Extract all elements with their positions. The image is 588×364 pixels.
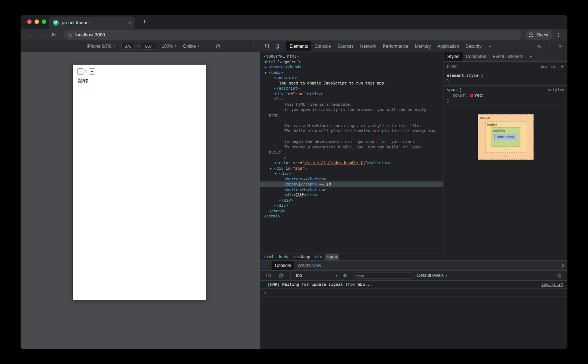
breadcrumb-item-span[interactable]: span bbox=[325, 254, 339, 260]
devtools-tab-sources[interactable]: Sources bbox=[334, 41, 357, 51]
dom-tree-row[interactable]: ▼<body> bbox=[260, 70, 443, 75]
breadcrumb-item-div[interactable]: div bbox=[313, 254, 324, 260]
reload-button[interactable]: ↻ bbox=[49, 32, 59, 38]
box-model-margin-right-value[interactable]: - bbox=[530, 135, 531, 139]
style-rule-span[interactable]: span {<style>color: red;} bbox=[444, 86, 567, 105]
settings-gear-icon[interactable] bbox=[535, 42, 544, 50]
devtools-tab-network[interactable]: Network bbox=[357, 41, 380, 51]
dom-tree-row[interactable]: <script src="/static/js/index.bundle.js"… bbox=[260, 160, 443, 166]
address-bar[interactable]: ⓘ localhost:3000 bbox=[63, 30, 521, 40]
clear-console-icon[interactable] bbox=[276, 271, 285, 280]
dom-tree-row[interactable] bbox=[260, 134, 443, 139]
dom-tree-row[interactable]: page. bbox=[260, 112, 443, 118]
browser-tab[interactable]: M preact-kbone × bbox=[49, 17, 135, 29]
dom-tree-row[interactable]: ▼<div> bbox=[260, 171, 443, 176]
drawer-menu-icon[interactable]: ⋮ bbox=[260, 263, 272, 269]
viewport-height-input[interactable]: 667 bbox=[142, 43, 155, 50]
dom-tree-row[interactable]: </body> bbox=[260, 208, 443, 214]
decrement-button[interactable]: - bbox=[77, 68, 83, 75]
dom-tree-row[interactable]: </noscript> bbox=[260, 86, 443, 91]
devtools-menu-icon[interactable]: ⋮ bbox=[544, 43, 556, 49]
box-model-border-top-value[interactable]: - bbox=[505, 123, 506, 127]
throttle-select[interactable]: Online ▾ bbox=[183, 44, 199, 49]
dom-tree-row[interactable]: You need to enable JavaScript to run thi… bbox=[260, 80, 443, 86]
dom-tree-row[interactable]: To begin the development, run `npm start… bbox=[260, 139, 443, 144]
styles-tab-event-listeners[interactable]: Event Listeners bbox=[490, 52, 527, 61]
dom-tree-row[interactable]: build`. bbox=[260, 149, 443, 155]
dom-tree-row[interactable]: <button>+</button> bbox=[260, 187, 443, 192]
box-model-border-bottom-value[interactable]: - bbox=[505, 147, 506, 151]
more-tabs-icon[interactable]: » bbox=[485, 44, 494, 49]
device-toolbar-menu-icon[interactable]: ⋮ bbox=[251, 43, 256, 49]
drawer-close-icon[interactable]: × bbox=[559, 263, 567, 269]
profile-button[interactable]: Guest bbox=[526, 30, 553, 40]
dom-tree-row[interactable]: ▶<head>…</head> bbox=[260, 64, 443, 70]
log-levels-select[interactable]: Default levels ▾ bbox=[417, 273, 447, 278]
window-minimize-button[interactable] bbox=[35, 19, 39, 24]
device-toolbar-toggle-icon[interactable] bbox=[273, 42, 282, 50]
device-select[interactable]: iPhone 6/7/8 ▾ bbox=[87, 44, 115, 49]
dom-tree-row[interactable]: To create a production bundle, use `npm … bbox=[260, 144, 443, 150]
dom-tree-row[interactable]: --> bbox=[260, 155, 443, 161]
class-toggle[interactable]: .cls bbox=[550, 64, 556, 69]
styles-more-tabs-icon[interactable]: » bbox=[527, 54, 535, 59]
dom-tree-row[interactable]: The build step will place the bundled sc… bbox=[260, 128, 443, 134]
devtools-tab-console[interactable]: Console bbox=[311, 41, 334, 51]
browser-menu-icon[interactable]: ⋮ bbox=[554, 32, 563, 38]
pseudo-state-toggle[interactable]: :hov bbox=[540, 64, 548, 69]
devtools-tab-application[interactable]: Application bbox=[434, 41, 462, 51]
color-swatch[interactable] bbox=[470, 94, 473, 97]
console-input[interactable] bbox=[269, 289, 564, 296]
box-model-margin-left-value[interactable]: - bbox=[481, 135, 482, 139]
dom-tree-row[interactable]: If you open it directly in the browser, … bbox=[260, 107, 443, 112]
devtools-tab-performance[interactable]: Performance bbox=[380, 41, 412, 51]
dom-tree-row[interactable]: <noscript> bbox=[260, 75, 443, 80]
style-rule-element-style[interactable]: element.style {} bbox=[444, 71, 567, 86]
box-model-content[interactable]: auto × auto bbox=[494, 134, 517, 140]
log-source-link[interactable]: log.js:24 bbox=[541, 282, 563, 287]
dom-tree-row[interactable]: <div>跳转</div> bbox=[260, 192, 443, 198]
box-model-border-right-value[interactable]: - bbox=[522, 135, 523, 139]
breadcrumb-item-html[interactable]: html bbox=[262, 254, 276, 260]
window-close-button[interactable] bbox=[27, 19, 32, 24]
console-tab-console[interactable]: Console bbox=[272, 261, 294, 270]
dom-tree-row[interactable]: </html> bbox=[260, 213, 443, 219]
dom-tree-row[interactable]: </div> bbox=[260, 198, 443, 203]
styles-filter-input[interactable] bbox=[447, 64, 537, 69]
viewport-width-input[interactable]: 375 bbox=[121, 43, 135, 50]
dom-tree-row[interactable]: <button>-</button> bbox=[260, 176, 443, 182]
dom-tree-row[interactable]: <div id="root"></div> bbox=[260, 91, 443, 97]
console-tab-what-s-new[interactable]: What's New bbox=[294, 261, 325, 270]
new-style-rule-button[interactable]: + bbox=[559, 64, 564, 69]
dom-tree-row[interactable]: <!-- bbox=[260, 96, 443, 102]
new-tab-button[interactable]: + bbox=[140, 17, 148, 25]
inspect-icon[interactable] bbox=[263, 42, 272, 50]
box-model-border-left-value[interactable]: - bbox=[488, 135, 489, 139]
increment-button[interactable]: + bbox=[89, 68, 95, 75]
live-expression-eye-icon[interactable] bbox=[341, 271, 349, 280]
dom-tree-row[interactable]: </div> bbox=[260, 203, 443, 208]
rotate-icon[interactable] bbox=[215, 44, 220, 49]
box-model-margin-top-value[interactable]: - bbox=[505, 116, 506, 119]
site-info-icon[interactable]: ⓘ bbox=[68, 32, 72, 38]
node-menu-dots[interactable]: ... bbox=[261, 181, 269, 187]
dom-tree-row[interactable]: ▼<div id="app"> bbox=[260, 166, 443, 171]
dom-tree-row[interactable]: This HTML file is a template. bbox=[260, 102, 443, 107]
jump-link[interactable]: 跳转 bbox=[73, 75, 206, 84]
back-button[interactable]: ← bbox=[25, 32, 35, 38]
dom-tree-row[interactable] bbox=[260, 118, 443, 123]
dom-tree-row[interactable]: ...<span>1</span> == $0 bbox=[260, 181, 443, 187]
console-settings-gear-icon[interactable] bbox=[555, 271, 564, 280]
breadcrumb-item-body[interactable]: body bbox=[277, 254, 291, 260]
console-sidebar-icon[interactable] bbox=[264, 271, 273, 280]
devtools-tab-elements[interactable]: Elements bbox=[286, 41, 311, 51]
dom-tree-row[interactable]: <html lang="en"> bbox=[260, 59, 443, 65]
zoom-select[interactable]: 100% ▾ bbox=[162, 44, 176, 49]
execution-context-select[interactable]: top ▾ bbox=[296, 273, 337, 278]
breadcrumb-item-div[interactable]: div#app bbox=[291, 254, 312, 260]
window-zoom-button[interactable] bbox=[42, 19, 46, 24]
box-model-margin-bottom-value[interactable]: - bbox=[505, 155, 506, 158]
devtools-tab-security[interactable]: Security bbox=[462, 41, 485, 51]
forward-button[interactable]: → bbox=[37, 32, 47, 38]
tab-close-icon[interactable]: × bbox=[127, 20, 132, 25]
